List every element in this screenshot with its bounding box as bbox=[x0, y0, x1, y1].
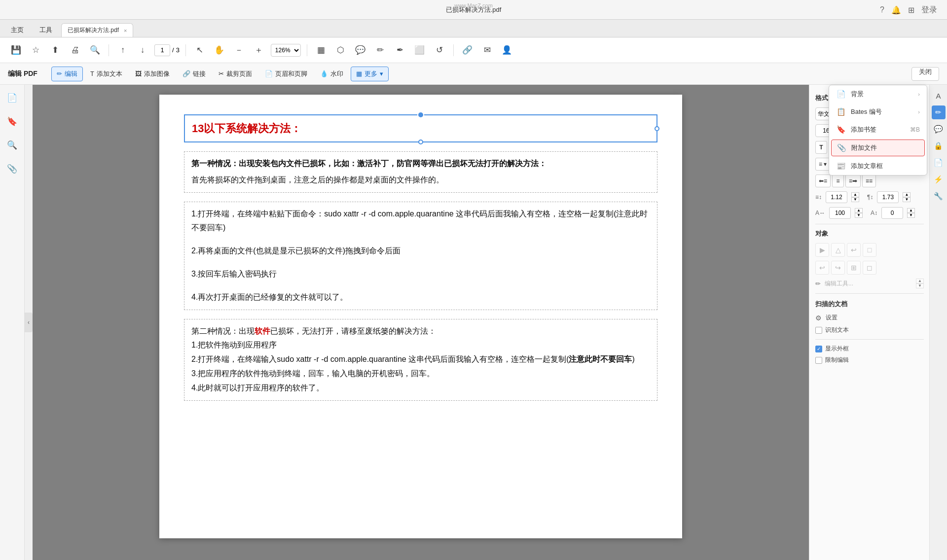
bullet-list-button[interactable]: ≡ ▾ bbox=[815, 158, 830, 171]
line-spacing-input[interactable] bbox=[826, 191, 847, 203]
scan-settings-label[interactable]: 设置 bbox=[826, 314, 838, 322]
align-left-button[interactable]: ⬅≡ bbox=[815, 175, 831, 187]
left-panel: 📄 🔖 🔍 📎 bbox=[0, 85, 25, 560]
stamp-button[interactable]: ⬡ bbox=[333, 42, 349, 58]
search-button[interactable]: 🔍 bbox=[87, 42, 103, 58]
zoom-select[interactable]: 126% bbox=[271, 44, 301, 57]
pdf-section-4[interactable]: 第二种情况：出现软件已损坏，无法打开，请移至废纸篓的解决方法： 1.把软件拖动到… bbox=[184, 319, 657, 401]
undo-button[interactable]: ↺ bbox=[432, 42, 447, 58]
right-tab-optimize-icon[interactable]: ⚡ bbox=[932, 173, 946, 186]
baseline-input[interactable] bbox=[881, 207, 903, 219]
resize-handle-right[interactable] bbox=[655, 126, 659, 131]
print-button[interactable]: 🖨 bbox=[67, 42, 83, 58]
tab-close-icon[interactable]: × bbox=[124, 28, 127, 34]
page-current-input[interactable] bbox=[154, 44, 170, 56]
pdf-section-2[interactable]: 第一种情况：出现安装包内文件已损坏，比如：激活补丁，防官网等弹出已损坏无法打开的… bbox=[184, 151, 657, 193]
baseline-stepper: ▲ ▼ bbox=[907, 208, 915, 218]
pencil-button[interactable]: ✏ bbox=[372, 42, 388, 58]
line-spacing-up[interactable]: ▲ bbox=[851, 192, 859, 197]
help-icon[interactable]: ? bbox=[880, 5, 884, 14]
para-spacing-input[interactable] bbox=[877, 191, 899, 203]
right-tab-comment-icon[interactable]: 💬 bbox=[932, 122, 946, 136]
tab-home[interactable]: 主页 bbox=[4, 23, 31, 37]
baseline-up[interactable]: ▲ bbox=[907, 208, 915, 213]
right-tab-protect-icon[interactable]: 🔒 bbox=[932, 139, 946, 153]
align-right-button[interactable]: ≡➡ bbox=[845, 175, 861, 187]
prev-page-button[interactable]: ↑ bbox=[115, 42, 131, 58]
collapse-left-button[interactable]: ‹ bbox=[25, 313, 33, 332]
section-4-title: 第二种情况：出现软件已损坏，无法打开，请移至废纸篓的解决方法： bbox=[191, 324, 650, 339]
add-image-btn[interactable]: 🖼添加图像 bbox=[130, 67, 175, 81]
header-footer-btn[interactable]: 📄页眉和页脚 bbox=[259, 67, 313, 81]
para-spacing-up[interactable]: ▲ bbox=[903, 192, 911, 197]
upload-button[interactable]: ⬆ bbox=[47, 42, 63, 58]
left-panel-bookmark-icon[interactable]: 🔖 bbox=[4, 113, 20, 129]
show-border-label: 显示外框 bbox=[825, 345, 849, 353]
line-spacing-down[interactable]: ▼ bbox=[851, 197, 859, 202]
justify-button[interactable]: ≡≡ bbox=[862, 175, 876, 187]
tab-tools[interactable]: 工具 bbox=[33, 23, 59, 37]
edit-btn[interactable]: ✏编辑 bbox=[51, 67, 83, 81]
crop-btn[interactable]: ✂裁剪页面 bbox=[213, 67, 257, 81]
left-panel-search-icon[interactable]: 🔍 bbox=[4, 137, 20, 153]
bookmark-button[interactable]: ☆ bbox=[28, 42, 43, 58]
right-tab-tools2-icon[interactable]: 🔧 bbox=[932, 189, 946, 203]
dropdown-item-article[interactable]: 📰 添加文章框 bbox=[829, 157, 927, 175]
dropdown-item-background[interactable]: 📄 背景 › bbox=[829, 85, 927, 103]
pencil-icon-small: ✏ bbox=[815, 280, 821, 287]
more-btn[interactable]: ▦更多▾ bbox=[351, 67, 389, 81]
link-button[interactable]: 🔗 bbox=[460, 42, 475, 58]
divider-3 bbox=[815, 339, 924, 340]
eraser-button[interactable]: ⬜ bbox=[412, 42, 428, 58]
email-button[interactable]: ✉ bbox=[479, 42, 495, 58]
link-edit-btn[interactable]: 🔗链接 bbox=[177, 67, 211, 81]
right-tab-convert-icon[interactable]: 📄 bbox=[932, 156, 946, 170]
left-panel-pages-icon[interactable]: 📄 bbox=[4, 90, 20, 105]
show-border-checkbox[interactable] bbox=[815, 346, 822, 352]
hand-button[interactable]: ✋ bbox=[212, 42, 227, 58]
next-page-button[interactable]: ↓ bbox=[135, 42, 150, 58]
bold-button[interactable]: T bbox=[815, 141, 827, 154]
save-button[interactable]: 💾 bbox=[8, 42, 24, 58]
zoom-out-button[interactable]: － bbox=[231, 42, 247, 58]
ink-button[interactable]: ✒ bbox=[392, 42, 408, 58]
char-scale-input[interactable] bbox=[829, 207, 851, 219]
para-spacing-down[interactable]: ▼ bbox=[903, 197, 911, 202]
dropdown-item-attach[interactable]: 📎 附加文件 bbox=[831, 140, 925, 156]
grid-icon[interactable]: ⊞ bbox=[908, 5, 914, 14]
ocr-checkbox[interactable] bbox=[815, 327, 822, 334]
login-button[interactable]: 登录 bbox=[921, 4, 937, 15]
object-buttons-row2: ↩ ↪ ⊞ ◻ bbox=[815, 261, 924, 275]
char-scale-down[interactable]: ▼ bbox=[855, 213, 863, 218]
watermark-btn[interactable]: 💧水印 bbox=[315, 67, 349, 81]
background-icon: 📄 bbox=[836, 90, 846, 99]
tab-active-file[interactable]: 已损坏解决方法.pdf × bbox=[61, 23, 133, 37]
main-toolbar: 💾 ☆ ⬆ 🖨 🔍 ↑ ↓ / 3 ↖ ✋ － ＋ 126% ▦ ⬡ 💬 ✏ ✒… bbox=[0, 37, 947, 63]
char-scale-up[interactable]: ▲ bbox=[855, 208, 863, 213]
left-panel-attach-icon[interactable]: 📎 bbox=[4, 161, 20, 176]
account-button[interactable]: 👤 bbox=[499, 42, 515, 58]
close-edit-button[interactable]: 关闭 bbox=[911, 67, 939, 81]
step-2: 2.再将桌面的文件(也就是显示已损坏的文件)拖拽到命令后面 bbox=[191, 244, 650, 258]
pdf-section-3[interactable]: 1.打开终端，在终端中粘贴下面命令：sudo xattr -r -d com.a… bbox=[184, 202, 657, 310]
dropdown-item-bates[interactable]: 📋 Bates 编号 › bbox=[829, 103, 927, 121]
restrict-edit-checkbox[interactable] bbox=[815, 357, 822, 364]
add-text-btn[interactable]: T添加文本 bbox=[85, 67, 128, 81]
selection-handle-top[interactable] bbox=[417, 111, 424, 118]
zoom-in-button[interactable]: ＋ bbox=[251, 42, 267, 58]
dropdown-item-bookmark[interactable]: 🔖 添加书签 ⌘B bbox=[829, 121, 927, 139]
section-2-title: 第一种情况：出现安装包内文件已损坏，比如：激活补丁，防官网等弹出已损坏无法打开的… bbox=[191, 157, 650, 171]
comment-button[interactable]: 💬 bbox=[353, 42, 368, 58]
pdf-section-1[interactable]: 13以下系统解决方法： bbox=[184, 114, 657, 142]
align-center-button[interactable]: ≡ bbox=[832, 175, 844, 187]
bookmark-add-icon: 🔖 bbox=[836, 125, 846, 134]
right-tab-edit-icon[interactable]: ✏ bbox=[932, 105, 946, 119]
baseline-down[interactable]: ▼ bbox=[907, 213, 915, 218]
highlight-button[interactable]: ▦ bbox=[313, 42, 329, 58]
right-tab-format-icon[interactable]: A bbox=[932, 89, 946, 103]
para-spacing-stepper: ▲ ▼ bbox=[903, 192, 911, 202]
bell-icon[interactable]: 🔔 bbox=[891, 5, 901, 14]
toolbar-sep-3 bbox=[307, 44, 307, 56]
cursor-button[interactable]: ↖ bbox=[192, 42, 208, 58]
resize-handle-bottom[interactable] bbox=[418, 140, 423, 144]
